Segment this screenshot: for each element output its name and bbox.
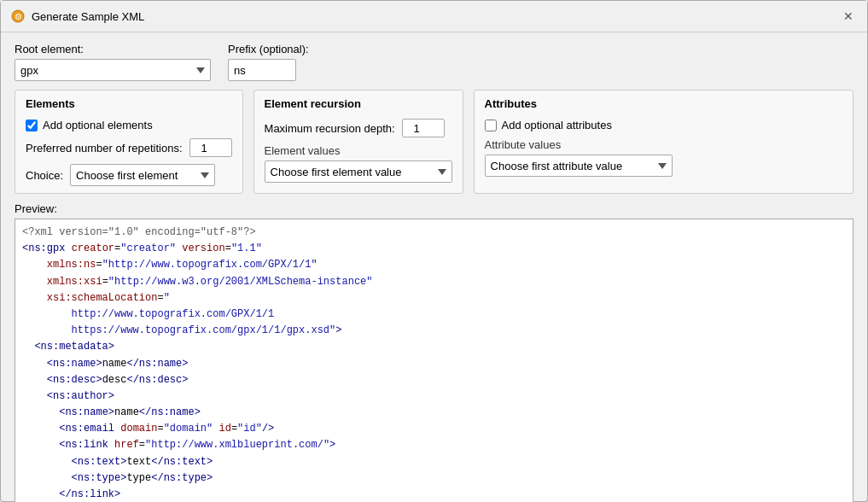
choice-label: Choice: xyxy=(26,169,63,182)
xml-line: <ns:gpx creator="creator" version="1.1" xyxy=(22,241,846,257)
xml-line: xsi:schemaLocation=" xyxy=(22,290,846,306)
svg-text:⚙: ⚙ xyxy=(15,12,22,21)
max-depth-label: Maximum recursion depth: xyxy=(265,122,395,135)
xml-line: xmlns:ns="http://www.topografix.com/GPX/… xyxy=(22,257,846,273)
root-element-label: Root element: xyxy=(15,43,211,55)
add-optional-elements-label: Add optional elements xyxy=(43,119,153,131)
xml-line: <ns:name>name</ns:name> xyxy=(22,405,846,421)
add-optional-attributes-checkbox[interactable] xyxy=(485,120,497,131)
repetitions-input[interactable] xyxy=(189,138,232,157)
xml-line: <ns:link href="http://www.xmlblueprint.c… xyxy=(22,437,846,453)
xml-line: <ns:type>type</ns:type> xyxy=(22,470,846,487)
xml-line: <ns:metadata> xyxy=(22,339,846,355)
xml-line: http://www.topografix.com/GPX/1/1 xyxy=(22,306,846,323)
prefix-group: Prefix (optional): xyxy=(228,43,309,81)
add-optional-attributes-label: Add optional attributes xyxy=(502,119,612,131)
attributes-section: Attributes Add optional attributes Attri… xyxy=(474,90,853,194)
root-element-select[interactable]: gpx xyxy=(15,59,211,81)
add-optional-elements-checkbox[interactable] xyxy=(26,120,38,131)
xml-line: https://www.topografix.com/gpx/1/1/gpx.x… xyxy=(22,323,846,339)
repetitions-label: Preferred number of repetitions: xyxy=(26,142,183,155)
xml-line: <?xml version="1.0" encoding="utf-8"?> xyxy=(22,225,846,241)
close-button[interactable]: ✕ xyxy=(840,8,857,25)
xml-line: <ns:name>name</ns:name> xyxy=(22,356,846,372)
top-row: Root element: gpx Prefix (optional): xyxy=(15,43,853,81)
repetitions-field: Preferred number of repetitions: xyxy=(26,138,232,157)
prefix-label: Prefix (optional): xyxy=(228,43,309,55)
preview-label: Preview: xyxy=(15,202,853,215)
sections-row: Elements Add optional elements Preferred… xyxy=(15,90,853,194)
add-optional-elements-row: Add optional elements xyxy=(26,119,232,131)
element-values-select[interactable]: Choose first element value Choose last e… xyxy=(265,161,452,183)
max-depth-field: Maximum recursion depth: xyxy=(265,119,452,137)
dialog-icon: ⚙ xyxy=(11,9,25,23)
max-depth-input[interactable] xyxy=(402,119,445,137)
attribute-values-group: Attribute values Choose first attribute … xyxy=(485,138,842,177)
preview-box[interactable]: <?xml version="1.0" encoding="utf-8"?> <… xyxy=(15,219,853,502)
xml-line: <ns:email domain="domain" id="id"/> xyxy=(22,421,846,437)
add-optional-attributes-row: Add optional attributes xyxy=(485,119,842,131)
attributes-title: Attributes xyxy=(485,97,842,110)
element-values-label: Element values xyxy=(265,144,452,157)
xml-line: <ns:author> xyxy=(22,388,846,405)
xml-line: xmlns:xsi="http://www.w3.org/2001/XMLSch… xyxy=(22,274,846,290)
dialog-title: Generate Sample XML xyxy=(32,10,833,23)
attribute-values-select[interactable]: Choose first attribute value Choose last… xyxy=(485,155,673,177)
prefix-input[interactable] xyxy=(228,59,296,81)
recursion-section: Element recursion Maximum recursion dept… xyxy=(253,90,463,194)
title-bar: ⚙ Generate Sample XML ✕ xyxy=(1,1,867,32)
root-element-group: Root element: gpx xyxy=(15,43,211,81)
attribute-values-label: Attribute values xyxy=(485,138,842,151)
generate-xml-dialog: ⚙ Generate Sample XML ✕ Root element: gp… xyxy=(0,0,868,502)
xml-line: <ns:desc>desc</ns:desc> xyxy=(22,372,846,388)
elements-section: Elements Add optional elements Preferred… xyxy=(15,90,243,194)
preview-section: Preview: <?xml version="1.0" encoding="u… xyxy=(15,202,853,502)
choice-row: Choice: Choose first element Choose last… xyxy=(26,164,232,186)
recursion-title: Element recursion xyxy=(265,97,452,110)
elements-title: Elements xyxy=(26,97,232,110)
element-values-group: Element values Choose first element valu… xyxy=(265,144,452,183)
xml-line: </ns:link> xyxy=(22,487,846,502)
choice-select[interactable]: Choose first element Choose last element… xyxy=(70,164,215,186)
xml-line: <ns:text>text</ns:text> xyxy=(22,454,846,470)
